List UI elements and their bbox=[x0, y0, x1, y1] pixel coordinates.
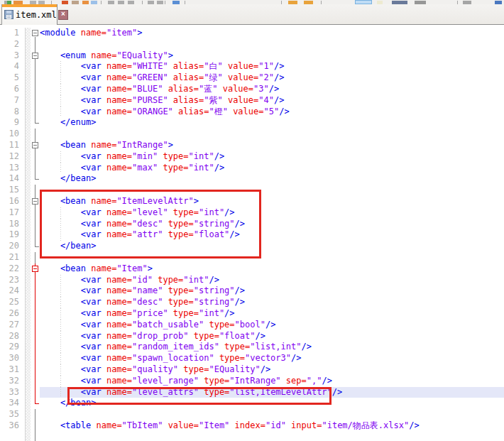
code-text[interactable]: </enum> bbox=[40, 117, 504, 129]
code-text[interactable] bbox=[40, 432, 504, 441]
code-text[interactable]: <var name="quality" type="EQuality"/> bbox=[40, 364, 504, 376]
code-text[interactable] bbox=[40, 185, 504, 196]
code-text[interactable]: <var name="min" type="int"/> bbox=[40, 151, 504, 163]
code-text[interactable]: <var name="GREEN" alias="绿" value="2"/> bbox=[40, 72, 504, 84]
code-text[interactable]: </bean> bbox=[40, 241, 504, 252]
code-text[interactable]: <var name="max" type="int"/> bbox=[40, 163, 504, 174]
bookmark-margin[interactable] bbox=[26, 140, 31, 151]
code-text[interactable]: <var name="WHITE" alias="白" value="1"/> bbox=[40, 61, 504, 72]
tab-item-xml[interactable]: item.xml × bbox=[1, 4, 57, 25]
code-line[interactable]: 3 <enum name="EQuality"> bbox=[0, 50, 504, 62]
code-line[interactable]: 32 <var name="level_range" type="IntRang… bbox=[0, 376, 504, 387]
fold-toggle-icon[interactable] bbox=[31, 263, 40, 275]
code-text[interactable] bbox=[40, 39, 504, 50]
code-text[interactable]: <var name="name" type="string"/> bbox=[40, 285, 504, 297]
fold-toggle-icon[interactable] bbox=[31, 196, 40, 207]
bookmark-margin[interactable] bbox=[26, 342, 31, 353]
code-line[interactable]: 36 <table name="TbItem" value="Item" ind… bbox=[0, 420, 504, 432]
code-text[interactable] bbox=[40, 129, 504, 140]
code-line[interactable]: 24 <var name="name" type="string"/> bbox=[0, 285, 504, 297]
code-text[interactable]: <var name="desc" type="string"/> bbox=[40, 297, 504, 308]
code-text[interactable]: <var name="level_range" type="IntRange" … bbox=[40, 376, 504, 387]
fold-toggle-icon[interactable] bbox=[31, 50, 40, 62]
code-line[interactable]: 21 bbox=[0, 252, 504, 263]
bookmark-margin[interactable] bbox=[26, 364, 31, 376]
current-code-line[interactable]: 33 <var name="level_attrs" type="list,It… bbox=[0, 387, 504, 398]
code-text[interactable]: <var name="desc" type="string"/> bbox=[40, 219, 504, 230]
bookmark-margin[interactable] bbox=[26, 28, 31, 39]
code-line[interactable]: 26 <var name="price" type="int"/> bbox=[0, 308, 504, 320]
code-line[interactable]: 25 <var name="desc" type="string"/> bbox=[0, 297, 504, 308]
bookmark-margin[interactable] bbox=[26, 320, 31, 331]
code-text[interactable]: <var name="id" type="int"/> bbox=[40, 275, 504, 286]
bookmark-margin[interactable] bbox=[26, 117, 31, 129]
code-line[interactable]: 17 <var name="level" type="int"/> bbox=[0, 207, 504, 219]
code-line[interactable]: 18 <var name="desc" type="string"/> bbox=[0, 219, 504, 230]
code-text[interactable] bbox=[40, 409, 504, 420]
code-line[interactable]: 15 bbox=[0, 185, 504, 196]
bookmark-margin[interactable] bbox=[26, 163, 31, 174]
code-line[interactable] bbox=[0, 432, 504, 441]
bookmark-margin[interactable] bbox=[26, 50, 31, 62]
bookmark-margin[interactable] bbox=[26, 263, 31, 275]
code-line[interactable]: 31 <var name="quality" type="EQuality"/> bbox=[0, 364, 504, 376]
code-text[interactable]: <enum name="EQuality"> bbox=[40, 50, 504, 62]
code-text[interactable]: </bean> bbox=[40, 398, 504, 409]
code-text[interactable]: <bean name="IntRange"> bbox=[40, 140, 504, 151]
bookmark-margin[interactable] bbox=[26, 229, 31, 241]
code-text[interactable]: <var name="ORANGE" alias="橙" value="5"/> bbox=[40, 107, 504, 118]
fold-toggle-icon[interactable] bbox=[31, 140, 40, 151]
code-text[interactable]: <var name="PURSE" alias="紫" value="4"/> bbox=[40, 95, 504, 107]
bookmark-margin[interactable] bbox=[26, 275, 31, 286]
code-line[interactable]: 7 <var name="PURSE" alias="紫" value="4"/… bbox=[0, 95, 504, 107]
code-line[interactable]: 34 </bean> bbox=[0, 398, 504, 409]
bookmark-margin[interactable] bbox=[26, 308, 31, 320]
code-text[interactable]: <var name="level" type="int"/> bbox=[40, 207, 504, 219]
bookmark-margin[interactable] bbox=[26, 72, 31, 84]
bookmark-margin[interactable] bbox=[26, 95, 31, 107]
bookmark-margin[interactable] bbox=[26, 387, 31, 398]
code-text[interactable] bbox=[40, 252, 504, 263]
bookmark-margin[interactable] bbox=[26, 173, 31, 185]
code-editor[interactable]: 1<module name="item">23 <enum name="EQua… bbox=[0, 25, 504, 441]
bookmark-margin[interactable] bbox=[26, 398, 31, 409]
bookmark-margin[interactable] bbox=[26, 252, 31, 263]
tab-close-icon[interactable]: × bbox=[58, 10, 68, 20]
code-text[interactable]: <bean name="Item"> bbox=[40, 263, 504, 275]
fold-toggle-icon[interactable] bbox=[31, 28, 40, 39]
bookmark-margin[interactable] bbox=[26, 353, 31, 364]
code-line[interactable]: 11 <bean name="IntRange"> bbox=[0, 140, 504, 151]
bookmark-margin[interactable] bbox=[26, 409, 31, 420]
bookmark-margin[interactable] bbox=[26, 297, 31, 308]
code-line[interactable]: 6 <var name="BLUE" alias="蓝" value="3"/> bbox=[0, 84, 504, 95]
code-line[interactable]: 16 <bean name="ItemLevelAttr"> bbox=[0, 196, 504, 207]
code-line[interactable]: 19 <var name="attr" type="float"/> bbox=[0, 229, 504, 241]
code-line[interactable]: 12 <var name="min" type="int"/> bbox=[0, 151, 504, 163]
code-line[interactable]: 4 <var name="WHITE" alias="白" value="1"/… bbox=[0, 61, 504, 72]
code-text[interactable]: <var name="BLUE" alias="蓝" value="3"/> bbox=[40, 84, 504, 95]
code-line[interactable]: 2 bbox=[0, 39, 504, 50]
code-line[interactable]: 30 <var name="spawn_location" type="vect… bbox=[0, 353, 504, 364]
code-text[interactable]: <var name="batch_usable" type="bool"/> bbox=[40, 320, 504, 331]
code-line[interactable]: 23 <var name="id" type="int"/> bbox=[0, 275, 504, 286]
code-text[interactable]: <var name="level_attrs" type="list,ItemL… bbox=[40, 387, 504, 398]
code-line[interactable]: 1<module name="item"> bbox=[0, 28, 504, 39]
code-text[interactable]: </bean> bbox=[40, 173, 504, 185]
bookmark-margin[interactable] bbox=[26, 39, 31, 50]
code-line[interactable]: 29 <var name="random_item_ids" type="lis… bbox=[0, 342, 504, 353]
bookmark-margin[interactable] bbox=[26, 331, 31, 342]
code-line[interactable]: 22 <bean name="Item"> bbox=[0, 263, 504, 275]
code-line[interactable]: 20 </bean> bbox=[0, 241, 504, 252]
bookmark-margin[interactable] bbox=[26, 107, 31, 118]
code-line[interactable]: 35 bbox=[0, 409, 504, 420]
code-text[interactable]: <var name="price" type="int"/> bbox=[40, 308, 504, 320]
code-text[interactable]: <var name="spawn_location" type="vector3… bbox=[40, 353, 504, 364]
bookmark-margin[interactable] bbox=[26, 376, 31, 387]
code-text[interactable]: <table name="TbItem" value="Item" index=… bbox=[40, 420, 504, 432]
bookmark-margin[interactable] bbox=[26, 61, 31, 72]
bookmark-margin[interactable] bbox=[26, 185, 31, 196]
code-text[interactable]: <var name="random_item_ids" type="list,i… bbox=[40, 342, 504, 353]
code-text[interactable]: <var name="drop_prob" type="float"/> bbox=[40, 331, 504, 342]
code-line[interactable]: 14 </bean> bbox=[0, 173, 504, 185]
bookmark-margin[interactable] bbox=[26, 285, 31, 297]
